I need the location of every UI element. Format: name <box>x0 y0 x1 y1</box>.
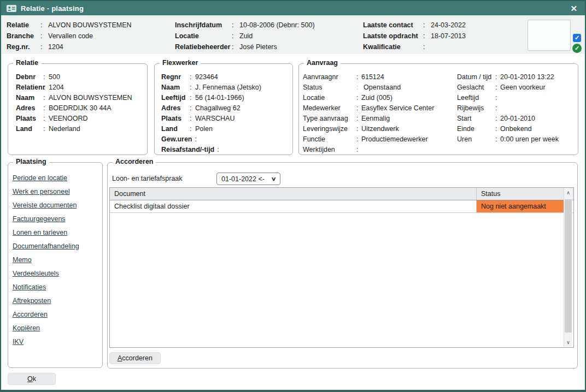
tariff-select-value: 01-01-2022 <- <box>221 175 265 183</box>
field-value: 24-03-2022 <box>431 21 466 32</box>
field-label: Inschrijfdatum <box>175 21 232 32</box>
field-label: Locatie <box>175 32 232 43</box>
sidebar-item-periode-en-locatie[interactable]: Periode en locatie <box>13 171 99 185</box>
sidebar-item-accorderen[interactable]: Accorderen <box>13 308 99 322</box>
aanvraag-fields-right: Datum / tijd:20-01-2010 13:22 Geslacht:G… <box>457 72 559 145</box>
field-row: Leveringswijze:Uitzendwerk <box>303 124 434 134</box>
active-checkbox[interactable]: ✓ <box>573 34 581 42</box>
title-bar: Relatie - plaatsing ✕ <box>1 1 585 15</box>
status-badge: Nog niet aangemaakt <box>477 200 564 212</box>
field-value: 1204 <box>48 43 132 54</box>
field-value: Vervallen code <box>48 32 132 43</box>
field-label: Relatie <box>7 21 40 32</box>
field-row: Regnr:923464 <box>161 72 261 82</box>
table-header: Document Status <box>110 188 573 200</box>
field-row: Type aanvraag:Eenmalig <box>303 114 434 124</box>
page-title: Relatie - plaatsing <box>21 4 84 13</box>
accorderen-groupbox: Accorderen Loon- en tariefafspraak 01-01… <box>107 162 578 369</box>
sidebar-item-documentafhandeling[interactable]: Documentafhandeling <box>13 240 99 253</box>
field-row: Geslacht:Geen voorkeur <box>457 82 559 93</box>
table-scrollbar[interactable]: ∧ ∨ <box>564 188 572 347</box>
field-row: Werktijden: <box>303 145 434 155</box>
plaatsing-groupbox: Plaatsing Periode en locatie Werk en per… <box>8 162 103 368</box>
field-label: Laatste opdracht <box>363 32 423 43</box>
relatie-fields: Debnr:500 Relatienr:1204 Naam:ALVON BOUW… <box>16 72 132 134</box>
sidebar-item-notificaties[interactable]: Notificaties <box>13 281 99 294</box>
field-row: Status:Openstaand <box>303 82 434 93</box>
column-header-document[interactable]: Document <box>110 188 477 200</box>
plaatsing-nav: Periode en locatie Werk en personeel Ver… <box>13 171 99 349</box>
aanvraag-groupbox: Aanvraag Aanvraagnr:615124 Status:Openst… <box>298 63 578 155</box>
sidebar-item-memo[interactable]: Memo <box>13 253 99 267</box>
field-row: Relatienr:1204 <box>16 82 132 93</box>
status-value: Openstaand <box>361 82 434 93</box>
field-row: Leeftijd:56 (14-01-1966) <box>161 93 261 103</box>
field-row: Datum / tijd:20-01-2010 13:22 <box>457 72 559 82</box>
scrollbar-thumb[interactable] <box>565 199 572 332</box>
field-row: Start:20-01-2010 <box>457 114 559 124</box>
tariff-agreement-label: Loon- en tariefafspraak <box>112 175 183 182</box>
field-value: 18-07-2013 <box>431 32 466 43</box>
approved-check-icon: ✓ <box>572 44 582 53</box>
ok-button[interactable]: Ok <box>8 373 56 385</box>
flexwerker-groupbox: Flexwerker Regnr:923464 Naam:J. Fennemaa… <box>154 63 293 155</box>
field-row: Land:Nederland <box>16 124 132 134</box>
field-value: Zuid <box>239 32 315 43</box>
relation-card-icon <box>7 5 16 12</box>
field-row: Land:Polen <box>161 124 261 134</box>
field-row: Adres:BOEDRDIJK 30 44A <box>16 103 132 114</box>
sidebar-item-kopieren[interactable]: Kopiëren <box>13 322 99 335</box>
field-value: 10-08-2006 (Debnr: 500) <box>239 21 315 32</box>
photo-placeholder <box>528 20 571 51</box>
header-relation-column: Relatie:ALVON BOUWSYSTEMEN Branche:Verva… <box>7 21 132 54</box>
aanvraag-fields-left: Aanvraagnr:615124 Status:Openstaand Loca… <box>303 72 434 155</box>
groupbox-title: Aanvraag <box>304 59 341 67</box>
field-label: Relatiebeheerder <box>175 43 232 54</box>
field-value <box>431 43 466 54</box>
table-row[interactable]: Checklist digitaal dossier Nog niet aang… <box>110 200 573 213</box>
header-activity-column: Laatste contact:24-03-2022 Laatste opdra… <box>363 21 466 54</box>
close-icon[interactable]: ✕ <box>568 3 579 14</box>
field-row: Aanvraagnr:615124 <box>303 72 434 82</box>
field-row: Locatie:Zuid (005) <box>303 93 434 103</box>
accorderen-button[interactable]: Accorderen <box>109 352 161 364</box>
field-row: Functie:Productiemedewerker <box>303 134 434 145</box>
sidebar-item-factuurgegevens[interactable]: Factuurgegevens <box>13 212 99 226</box>
field-row: Einde:Onbekend <box>457 124 559 134</box>
document-cell: Checklist digitaal dossier <box>110 200 477 212</box>
sidebar-item-vereiste-documenten[interactable]: Vereiste documenten <box>13 199 99 212</box>
field-row: Plaats:WARSCHAU <box>161 114 261 124</box>
groupbox-title: Flexwerker <box>160 59 201 67</box>
field-row: Naam:J. Fennemaa (Jetsko) <box>161 82 261 93</box>
flexwerker-fields: Regnr:923464 Naam:J. Fennemaa (Jetsko) L… <box>161 72 261 155</box>
field-row: Medewerker:Easyflex Service Center <box>303 103 434 114</box>
sidebar-item-aftrekposten[interactable]: Aftrekposten <box>13 294 99 308</box>
field-row: Debnr:500 <box>16 72 132 82</box>
sidebar-item-werk-en-personeel[interactable]: Werk en personeel <box>13 185 99 199</box>
field-row: Rijbewijs: <box>457 103 559 114</box>
chevron-down-icon: ∨ <box>271 176 276 182</box>
field-row: Leeftijd: <box>457 93 559 103</box>
field-row: Uren:0:00 uren per week <box>457 134 559 145</box>
field-label: Laatste contact <box>363 21 423 32</box>
sidebar-item-lonen-en-tarieven[interactable]: Lonen en tarieven <box>13 226 99 240</box>
column-header-status[interactable]: Status <box>477 188 573 200</box>
field-label: Reg.nr. <box>7 43 40 54</box>
field-row: Gew.uren: <box>161 134 261 145</box>
tariff-select[interactable]: 01-01-2022 <- ∨ <box>216 173 280 185</box>
documents-table: Document Status Checklist digitaal dossi… <box>109 187 574 348</box>
field-row: Plaats:VEENOORD <box>16 114 132 124</box>
field-row: Naam:ALVON BOUWSYSTEMEN <box>16 93 132 103</box>
scroll-up-icon[interactable]: ∧ <box>564 188 572 197</box>
scroll-down-icon[interactable]: ∨ <box>564 338 572 347</box>
header-registration-column: Inschrijfdatum:10-08-2006 (Debnr: 500) L… <box>175 21 315 54</box>
relation-summary-header: Relatie:ALVON BOUWSYSTEMEN Branche:Verva… <box>1 15 585 54</box>
sidebar-item-verdeelsleutels[interactable]: Verdeelsleutels <box>13 267 99 281</box>
field-label: Kwalificatie <box>363 43 423 54</box>
field-label: Branche <box>7 32 40 43</box>
field-row: Reisafstand/-tijd: <box>161 145 261 155</box>
window: Relatie - plaatsing ✕ Relatie:ALVON BOUW… <box>0 0 586 392</box>
groupbox-title: Relatie <box>13 59 41 67</box>
field-row: Adres:Chagallweg 62 <box>161 103 261 114</box>
sidebar-item-ikv[interactable]: IKV <box>13 335 99 349</box>
